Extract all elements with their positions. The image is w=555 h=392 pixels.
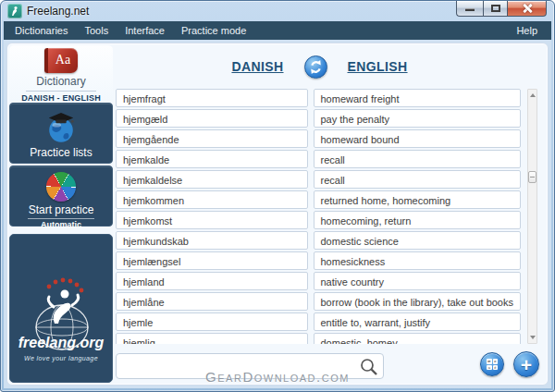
main-area: DANISH ENGLISH hjemfragthjemgældhjemgåen… xyxy=(113,43,545,385)
translation-cell[interactable]: returned home, homecoming xyxy=(314,190,522,209)
word-cell[interactable]: hjemlåne xyxy=(116,292,308,311)
translation-cell[interactable]: homecoming, return xyxy=(314,211,522,229)
colored-pie-icon xyxy=(46,172,76,202)
translation-cell[interactable]: homesickness xyxy=(314,251,522,270)
translation-cell[interactable]: native country xyxy=(314,272,522,290)
translation-cell[interactable]: homeward bound xyxy=(314,129,522,148)
dictionary-tab-label: Dictionary xyxy=(9,75,113,88)
word-cell[interactable]: hjemkundskab xyxy=(116,231,308,250)
content-panel: Aa Dictionary DANISH - ENGLISH xyxy=(6,43,549,386)
close-icon xyxy=(523,4,532,13)
freelang-logo-tagline: We love your language xyxy=(24,355,98,361)
translations-column: homeward freightpay the penaltyhomeward … xyxy=(314,89,522,344)
freelang-logo-panel: freelang.org We love your language xyxy=(9,234,113,383)
word-cell[interactable]: hjemfragt xyxy=(116,89,308,107)
translation-cell[interactable]: entitle to, warrant, justify xyxy=(314,312,522,331)
app-window: Freelang.net Dictionaries Tools Interfac… xyxy=(0,0,555,392)
menu-practice-mode[interactable]: Practice mode xyxy=(173,21,254,40)
word-cell[interactable]: hjemkaldelse xyxy=(116,170,308,189)
scroll-down-icon[interactable] xyxy=(528,334,536,342)
menu-tools[interactable]: Tools xyxy=(76,21,117,40)
word-lists: hjemfragthjemgældhjemgåendehjemkaldehjem… xyxy=(116,89,521,344)
word-list-scrollbar[interactable] xyxy=(527,89,537,344)
source-language-link[interactable]: DANISH xyxy=(231,59,283,74)
words-column: hjemfragthjemgældhjemgåendehjemkaldehjem… xyxy=(116,89,308,344)
sync-arrows-icon xyxy=(306,57,326,77)
divider xyxy=(26,91,96,92)
search-icon[interactable] xyxy=(359,357,379,377)
window-body: Aa Dictionary DANISH - ENGLISH xyxy=(4,40,551,388)
divider xyxy=(28,218,94,219)
translation-cell[interactable]: domestic science xyxy=(314,231,522,250)
app-icon xyxy=(7,4,22,18)
menubar: Dictionaries Tools Interface Practice mo… xyxy=(4,21,551,40)
globe-graduation-cap-icon xyxy=(43,111,79,144)
word-cell[interactable]: hjemgæld xyxy=(116,109,308,128)
dictionary-book-icon: Aa xyxy=(44,48,78,73)
swap-languages-button[interactable] xyxy=(304,55,327,79)
titlebar: Freelang.net xyxy=(1,1,554,21)
translation-cell[interactable]: pay the penalty xyxy=(314,109,522,128)
search-box xyxy=(116,353,384,379)
tab-start-practice[interactable]: Start practice Automatic xyxy=(9,165,113,227)
translation-cell[interactable]: homeward freight xyxy=(314,89,522,107)
menu-help[interactable]: Help xyxy=(508,21,546,40)
translation-cell[interactable]: recall xyxy=(314,150,522,168)
word-cell[interactable]: hjemgående xyxy=(116,129,308,148)
maximize-icon xyxy=(491,5,500,12)
close-button[interactable] xyxy=(508,1,547,17)
tab-dictionary[interactable]: Aa Dictionary DANISH - ENGLISH xyxy=(9,45,113,101)
word-cell[interactable]: hjemlængsel xyxy=(116,251,308,270)
translation-cell[interactable]: recall xyxy=(314,170,522,189)
target-language-link[interactable]: ENGLISH xyxy=(348,59,408,74)
dictionary-pair-label: DANISH - ENGLISH xyxy=(9,93,113,103)
scrollbar-thumb[interactable] xyxy=(528,171,536,183)
plus-icon: + xyxy=(521,355,532,374)
freelang-logo-title: freelang.org xyxy=(18,335,104,351)
start-practice-label: Start practice xyxy=(10,203,112,216)
menu-dictionaries[interactable]: Dictionaries xyxy=(6,21,76,40)
language-header: DANISH ENGLISH xyxy=(113,53,526,80)
maximize-button[interactable] xyxy=(483,1,508,17)
word-cell[interactable]: hjemlig xyxy=(116,333,308,344)
practice-lists-label: Practice lists xyxy=(10,146,112,159)
search-input[interactable] xyxy=(117,355,355,377)
translation-cell[interactable]: borrow (book in the library), take out b… xyxy=(314,292,522,311)
window-title: Freelang.net xyxy=(27,5,89,18)
practice-mode-label: Automatic xyxy=(10,220,112,229)
minimize-icon xyxy=(465,8,475,11)
character-grid-icon: æøåé xyxy=(487,359,498,370)
add-word-button[interactable]: + xyxy=(513,351,539,377)
window-controls xyxy=(456,1,547,17)
word-cell[interactable]: hjemkalde xyxy=(116,150,308,168)
word-cell[interactable]: hjemkommen xyxy=(116,190,308,209)
word-cell[interactable]: hjemkomst xyxy=(116,211,308,229)
menu-interface[interactable]: Interface xyxy=(117,21,173,40)
tab-practice-lists[interactable]: Practice lists xyxy=(9,103,113,164)
translation-cell[interactable]: domestic, homey xyxy=(314,333,522,344)
word-cell[interactable]: hjemle xyxy=(116,312,308,331)
word-cell[interactable]: hjemland xyxy=(116,272,308,290)
scroll-up-icon[interactable] xyxy=(528,91,536,99)
sidebar: Aa Dictionary DANISH - ENGLISH xyxy=(9,45,113,383)
minimize-button[interactable] xyxy=(456,1,483,17)
special-characters-button[interactable]: æøåé xyxy=(480,352,504,376)
